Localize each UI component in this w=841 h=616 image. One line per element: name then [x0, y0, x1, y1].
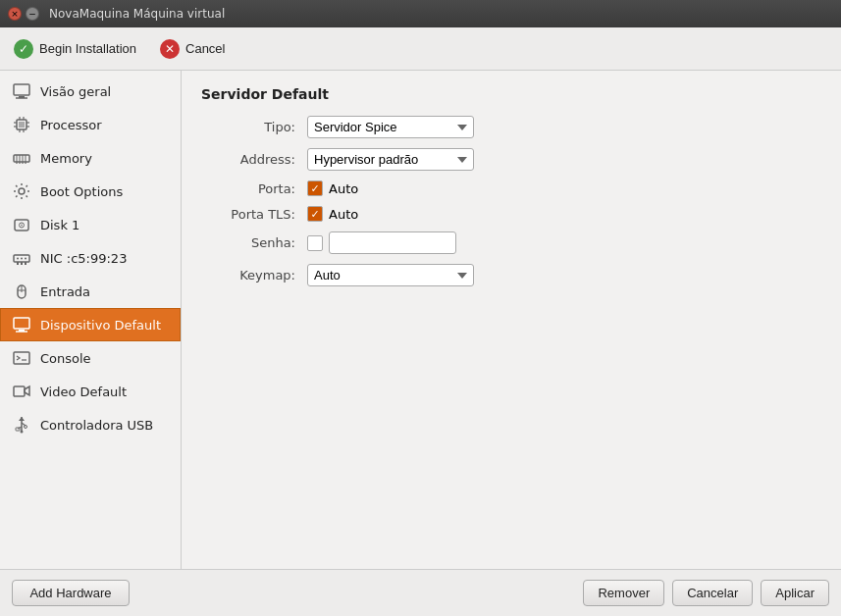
- sidebar-item-entrada[interactable]: Entrada: [0, 275, 181, 308]
- close-button[interactable]: ×: [8, 7, 22, 21]
- svg-point-31: [21, 258, 23, 260]
- porta-tls-checkbox[interactable]: ✓: [307, 206, 323, 222]
- monitor-icon: [11, 80, 32, 102]
- sidebar-label-visao-geral: Visão geral: [40, 84, 111, 99]
- sidebar-item-memory[interactable]: Memory: [0, 141, 181, 175]
- bottom-bar: Add Hardware Remover Cancelar Aplicar: [0, 569, 841, 616]
- sidebar-label-processor: Processor: [40, 118, 102, 132]
- svg-point-22: [19, 188, 25, 194]
- toolbar: ✓ Begin Installation ✕ Cancel: [0, 27, 841, 71]
- bottom-left: Add Hardware: [12, 580, 130, 606]
- check-icon: ✓: [14, 39, 33, 59]
- sidebar-item-dispositivo-default[interactable]: Dispositivo Default: [0, 308, 181, 341]
- main-layout: Visão geral Processor Memory Boot Option…: [0, 71, 841, 569]
- sidebar-item-boot-options[interactable]: Boot Options: [0, 175, 181, 208]
- titlebar-buttons: × −: [8, 7, 39, 21]
- sidebar-item-visao-geral[interactable]: Visão geral: [0, 75, 181, 108]
- svg-rect-39: [14, 352, 29, 364]
- content-panel: Servidor Default Tipo: Servidor Spice Se…: [182, 71, 841, 569]
- cancel-button[interactable]: ✕ Cancel: [156, 37, 229, 61]
- gear-icon: [11, 180, 32, 202]
- cancel-icon: ✕: [160, 39, 180, 59]
- address-select[interactable]: Hypervisor padrão Localhost All interfac…: [307, 148, 474, 171]
- begin-install-button[interactable]: ✓ Begin Installation: [10, 37, 140, 61]
- sidebar-label-boot-options: Boot Options: [40, 184, 123, 199]
- svg-point-44: [25, 426, 27, 429]
- porta-tls-label: Porta TLS:: [201, 207, 299, 222]
- cancel-label: Cancel: [185, 41, 225, 56]
- porta-label: Porta:: [201, 181, 299, 196]
- sidebar-label-nic: NIC :c5:99:23: [40, 251, 127, 266]
- sidebar-item-disk1[interactable]: Disk 1: [0, 208, 181, 241]
- console-icon: [11, 347, 32, 369]
- sidebar-label-entrada: Entrada: [40, 284, 90, 299]
- porta-text: Auto: [329, 181, 358, 196]
- add-hardware-button[interactable]: Add Hardware: [12, 580, 130, 606]
- sidebar-item-console[interactable]: Console: [0, 341, 181, 375]
- tipo-select[interactable]: Servidor Spice Servidor VNC: [307, 116, 474, 138]
- form-grid: Tipo: Servidor Spice Servidor VNC Addres…: [201, 116, 574, 286]
- svg-point-25: [21, 225, 23, 227]
- minimize-button[interactable]: −: [26, 7, 39, 21]
- svg-rect-46: [16, 428, 20, 431]
- svg-rect-4: [19, 122, 25, 128]
- porta-checkbox[interactable]: ✓: [307, 180, 323, 196]
- sidebar-label-controladora-usb: Controladora USB: [40, 418, 153, 433]
- cancelar-button[interactable]: Cancelar: [672, 580, 753, 606]
- usb-icon: [11, 414, 32, 436]
- tipo-label: Tipo:: [201, 120, 299, 134]
- sidebar-label-memory: Memory: [40, 151, 92, 166]
- begin-install-label: Begin Installation: [39, 41, 136, 56]
- cpu-icon: [11, 114, 32, 135]
- window-title: NovaMaquina Máquina virtual: [49, 7, 225, 21]
- svg-point-30: [17, 258, 19, 260]
- sidebar-item-processor[interactable]: Processor: [0, 108, 181, 141]
- senha-input[interactable]: [329, 231, 456, 254]
- svg-rect-29: [25, 262, 26, 265]
- ram-icon: [11, 147, 32, 169]
- titlebar: × − NovaMaquina Máquina virtual: [0, 0, 841, 27]
- video-icon: [11, 381, 32, 402]
- sidebar-item-nic[interactable]: NIC :c5:99:23: [0, 241, 181, 275]
- svg-rect-41: [14, 386, 25, 396]
- svg-rect-27: [17, 262, 19, 265]
- senha-label: Senha:: [201, 235, 299, 250]
- nic-icon: [11, 247, 32, 269]
- sidebar-label-video-default: Video Default: [40, 385, 127, 399]
- display-icon: [11, 314, 32, 335]
- disk-icon: [11, 214, 32, 235]
- sidebar-label-disk1: Disk 1: [40, 218, 79, 232]
- bottom-right: Remover Cancelar Aplicar: [583, 580, 829, 606]
- address-value: Hypervisor padrão Localhost All interfac…: [307, 148, 574, 171]
- svg-rect-36: [14, 318, 29, 329]
- porta-tls-text: Auto: [329, 207, 358, 222]
- sidebar: Visão geral Processor Memory Boot Option…: [0, 71, 182, 569]
- sidebar-label-console: Console: [40, 351, 91, 366]
- sidebar-label-dispositivo-default: Dispositivo Default: [40, 318, 161, 333]
- address-label: Address:: [201, 152, 299, 167]
- sidebar-item-video-default[interactable]: Video Default: [0, 375, 181, 408]
- tipo-value: Servidor Spice Servidor VNC: [307, 116, 574, 138]
- senha-value: [307, 231, 574, 254]
- porta-tls-value: ✓ Auto: [307, 206, 574, 222]
- remover-button[interactable]: Remover: [583, 580, 664, 606]
- keymap-value: Auto en-us pt-br: [307, 264, 574, 286]
- keymap-label: Keymap:: [201, 268, 299, 282]
- svg-rect-13: [14, 155, 29, 162]
- section-title: Servidor Default: [201, 86, 821, 102]
- svg-rect-0: [14, 84, 29, 95]
- svg-point-32: [25, 258, 26, 260]
- mouse-icon: [11, 281, 32, 302]
- svg-rect-28: [21, 262, 23, 265]
- keymap-select[interactable]: Auto en-us pt-br: [307, 264, 474, 286]
- senha-checkbox[interactable]: [307, 235, 323, 251]
- svg-point-47: [21, 431, 24, 434]
- sidebar-item-controladora-usb[interactable]: Controladora USB: [0, 408, 181, 441]
- porta-value: ✓ Auto: [307, 180, 574, 196]
- aplicar-button[interactable]: Aplicar: [761, 580, 829, 606]
